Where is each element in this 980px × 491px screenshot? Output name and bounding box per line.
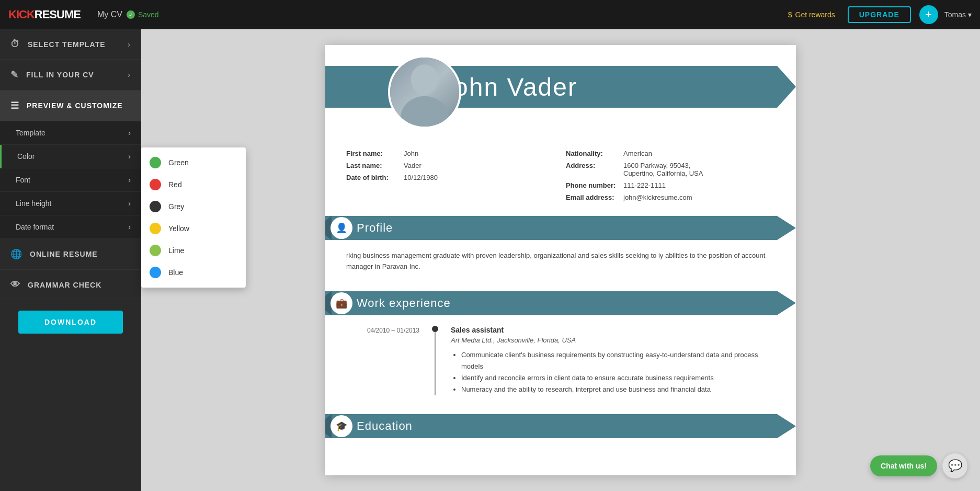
chat-bubble-icon: 💬: [948, 459, 962, 473]
chevron-right-icon: ›: [128, 152, 131, 161]
color-option-green[interactable]: Green: [141, 152, 246, 174]
bullet-2: Identify and reconcile errors in client …: [461, 372, 775, 384]
color-name-blue: Blue: [168, 268, 183, 277]
sidebar-item-fill-in[interactable]: ✎ FILL IN YOUR CV ›: [0, 60, 141, 90]
work-section-header: 💼 Work experience: [325, 291, 796, 315]
work-entry-0: 04/2010 – 01/2013 Sales assistant Art Me…: [346, 326, 775, 395]
navbar: KICK RESUME My CV ✓ Saved $ Get rewards …: [0, 0, 980, 29]
work-timeline: [430, 326, 440, 395]
chevron-right-icon: ›: [128, 129, 131, 137]
sidebar-sub-line-height[interactable]: Line height ›: [0, 192, 141, 215]
info-last-name: Last name: Vader: [346, 162, 555, 169]
blue-dot: [150, 267, 161, 278]
info-col-left: First name: John Last name: Vader Date o…: [346, 150, 555, 205]
info-phone: Phone number: 111-222-1111: [566, 181, 775, 189]
color-option-lime[interactable]: Lime: [141, 239, 246, 261]
template-label: Template: [16, 129, 45, 137]
work-icon: 💼: [331, 292, 352, 314]
first-name-label: First name:: [346, 150, 404, 157]
red-dot: [150, 179, 161, 190]
resume-header: John Vader: [325, 45, 796, 139]
sidebar-item-label: FILL IN YOUR CV: [26, 71, 94, 79]
profile-title: Profile: [357, 221, 393, 235]
upgrade-button[interactable]: UPGRADE: [848, 6, 911, 23]
work-company: Art Media Ltd., Jacksonville, Florida, U…: [451, 336, 775, 344]
color-name-lime: Lime: [168, 246, 184, 255]
color-dropdown: Green Red Grey Yellow Lime Blue: [141, 147, 246, 288]
profile-section-header: 👤 Profile: [325, 216, 796, 240]
education-icon: 🎓: [331, 415, 352, 437]
logo-resume: RESUME: [35, 8, 81, 21]
first-name-value: John: [404, 150, 418, 157]
chevron-right-icon: ›: [128, 71, 131, 79]
dob-value: 10/12/1980: [404, 174, 438, 181]
color-option-blue[interactable]: Blue: [141, 261, 246, 283]
logo[interactable]: KICK RESUME: [8, 8, 81, 21]
rewards-label: Get rewards: [795, 10, 835, 19]
plus-icon: +: [925, 8, 932, 21]
clock-icon: ⏱: [10, 39, 20, 50]
dollar-icon: $: [788, 10, 792, 19]
grey-dot: [150, 201, 161, 212]
color-name-green: Green: [168, 158, 189, 167]
work-title: Work experience: [357, 296, 451, 310]
download-button[interactable]: DOWNLOAD: [18, 311, 123, 334]
sidebar-sub-template[interactable]: Template ›: [0, 121, 141, 145]
sidebar-item-label: SELECT TEMPLATE: [28, 40, 106, 49]
chat-icon[interactable]: 💬: [942, 453, 967, 478]
edit-icon: ✎: [10, 69, 19, 81]
add-button[interactable]: +: [919, 5, 938, 24]
profile-section: 👤 Profile rking business management grad…: [325, 216, 796, 283]
color-label: Color: [17, 152, 35, 161]
education-title: Education: [357, 419, 413, 433]
bullet-3: Numeracy and the ability to research, in…: [461, 384, 775, 395]
sidebar-sub-font[interactable]: Font ›: [0, 168, 141, 192]
last-name-label: Last name:: [346, 162, 404, 169]
sidebar-sub-date-format[interactable]: Date format ›: [0, 215, 141, 239]
chevron-down-icon: ▾: [968, 10, 972, 19]
rewards-button[interactable]: $ Get rewards: [788, 10, 835, 19]
email-value: john@kickresume.com: [623, 193, 692, 201]
chat-button[interactable]: Chat with us!: [870, 455, 937, 476]
color-option-grey[interactable]: Grey: [141, 196, 246, 218]
sidebar-sub-color[interactable]: Color ›: [0, 145, 141, 168]
user-menu[interactable]: Tomas ▾: [944, 10, 972, 19]
sidebar-item-select-template[interactable]: ⏱ SELECT TEMPLATE ›: [0, 29, 141, 60]
eye-icon: 👁: [10, 279, 20, 290]
color-option-yellow[interactable]: Yellow: [141, 218, 246, 239]
main-layout: ⏱ SELECT TEMPLATE › ✎ FILL IN YOUR CV › …: [0, 29, 980, 491]
info-email: Email address: john@kickresume.com: [566, 193, 775, 201]
chevron-right-icon: ›: [128, 199, 131, 208]
resume-page: John Vader First name: John: [325, 45, 796, 475]
profile-text: rking business management graduate with …: [325, 250, 796, 283]
work-entries: 04/2010 – 01/2013 Sales assistant Art Me…: [325, 326, 796, 406]
info-dob: Date of birth: 10/12/1980: [346, 174, 555, 181]
dob-label: Date of birth:: [346, 174, 404, 181]
logo-kick: KICK: [8, 8, 35, 21]
education-section-header: 🎓 Education: [325, 414, 796, 438]
color-option-red[interactable]: Red: [141, 174, 246, 196]
lines-icon: ☰: [10, 100, 19, 111]
user-name: Tomas: [944, 10, 966, 19]
svg-point-1: [401, 96, 449, 127]
sidebar-item-grammar-check[interactable]: 👁 GRAMMAR CHECK: [0, 270, 141, 300]
bullet-1: Communicate client's business requiremen…: [461, 349, 775, 372]
info-address: Address: 1600 Parkway, 95043, Cupertino,…: [566, 162, 775, 177]
avatar: [388, 55, 461, 129]
nationality-value: American: [623, 150, 652, 157]
email-label: Email address:: [566, 193, 623, 201]
nav-title: My CV: [97, 10, 122, 19]
date-format-label: Date format: [16, 223, 54, 231]
chevron-right-icon: ›: [128, 40, 131, 49]
timeline-dot: [432, 326, 438, 332]
sidebar-item-preview[interactable]: ☰ PREVIEW & CUSTOMIZE: [0, 90, 141, 121]
lime-dot: [150, 245, 161, 256]
color-name-red: Red: [168, 180, 182, 189]
saved-label: Saved: [138, 10, 159, 19]
info-col-right: Nationality: American Address: 1600 Park…: [566, 150, 775, 205]
sidebar-item-online-resume[interactable]: 🌐 ONLINE RESUME: [0, 239, 141, 270]
address-value: 1600 Parkway, 95043, Cupertino, Californ…: [623, 162, 703, 177]
work-content: Sales assistant Art Media Ltd., Jacksonv…: [451, 326, 775, 395]
globe-icon: 🌐: [10, 248, 22, 260]
work-section: 💼 Work experience 04/2010 – 01/2013 Sale…: [325, 291, 796, 406]
